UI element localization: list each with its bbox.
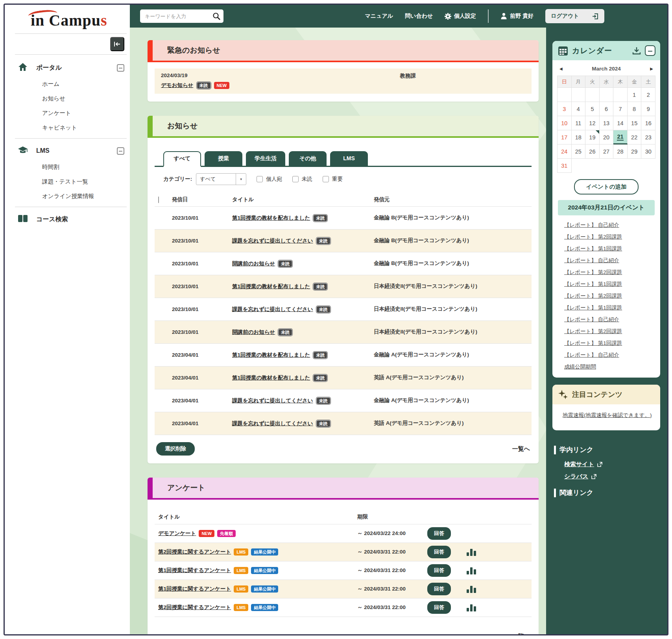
personal-settings-link[interactable]: 個人設定 <box>445 13 476 20</box>
sidebar-group-portal[interactable]: ポータル <box>5 59 130 77</box>
calendar-download-button[interactable] <box>632 46 641 55</box>
calendar-day-16[interactable]: 16 <box>641 116 655 130</box>
sidebar-item-アンケート[interactable]: アンケート <box>5 106 130 120</box>
results-chart-icon[interactable] <box>467 566 476 574</box>
sidebar-item-オンライン授業情報[interactable]: オンライン授業情報 <box>5 189 130 204</box>
calendar-day-1[interactable]: 1 <box>628 88 642 102</box>
featured-link[interactable]: 地震速報(地震速報を確認できます。) <box>563 412 652 418</box>
calendar-day-28[interactable]: 28 <box>613 144 628 159</box>
contact-link[interactable]: 問い合わせ <box>405 13 433 20</box>
checkbox-個人宛[interactable] <box>257 176 263 182</box>
calendar-day-7[interactable]: 7 <box>613 102 628 116</box>
calendar-day-24[interactable]: 24 <box>558 144 572 159</box>
select-all-checkbox[interactable] <box>158 196 159 203</box>
user-menu[interactable]: 前野 貴好 <box>500 13 534 20</box>
sidebar-collapse-button[interactable] <box>110 37 124 51</box>
tab-LMS[interactable]: LMS <box>330 151 368 166</box>
event-link[interactable]: 【レポート】 第2回課題 <box>564 293 622 299</box>
calendar-day-4[interactable]: 4 <box>572 102 586 116</box>
prev-month-button[interactable]: ◀ <box>559 67 563 71</box>
event-link[interactable]: 【レポート】 第1回課題 <box>564 246 622 252</box>
urgent-notice-link[interactable]: デモお知らせ <box>161 82 194 89</box>
calendar-day-29[interactable]: 29 <box>628 144 642 159</box>
calendar-day-8[interactable]: 8 <box>628 102 642 116</box>
sidebar-item-ホーム[interactable]: ホーム <box>5 77 130 91</box>
filter-個人宛[interactable]: 個人宛 <box>257 176 282 183</box>
syllabus-link[interactable]: シラバス <box>564 473 588 480</box>
calendar-day-25[interactable]: 25 <box>572 144 586 159</box>
calendar-day-27[interactable]: 27 <box>600 144 614 159</box>
calendar-day-12[interactable]: 12 <box>585 116 600 130</box>
notice-title-link[interactable]: 開講前のお知らせ <box>232 260 275 267</box>
survey-title-link[interactable]: 第1回授業に関するアンケート <box>158 567 231 574</box>
calendar-day-11[interactable]: 11 <box>572 116 586 130</box>
sidebar-group-lms[interactable]: LMS <box>5 142 130 160</box>
collapse-minus-icon[interactable] <box>117 147 124 155</box>
event-link[interactable]: 【レポート】 第1回課題 <box>564 281 622 287</box>
calendar-day-13[interactable]: 13 <box>600 116 614 130</box>
results-chart-icon[interactable] <box>467 603 476 611</box>
category-select[interactable]: すべて ▼ <box>196 173 246 185</box>
filter-重要[interactable]: 重要 <box>323 176 343 183</box>
survey-title-link[interactable]: 第1回授業に関するアンケート <box>158 585 231 593</box>
calendar-day-31[interactable]: 31 <box>558 159 572 173</box>
logout-button[interactable]: ログアウト <box>545 9 604 23</box>
notice-title-link[interactable]: 課題を忘れずに提出してください <box>232 237 313 244</box>
notices-list-link[interactable]: 一覧へ <box>512 445 530 453</box>
calendar-day-14[interactable]: 14 <box>613 116 628 130</box>
search-button[interactable] <box>212 12 220 20</box>
event-link[interactable]: 【レポート】 自己紹介 <box>564 222 619 228</box>
calendar-day-23[interactable]: 23 <box>641 130 655 144</box>
survey-title-link[interactable]: デモアンケート <box>158 530 196 537</box>
brand-logo[interactable]: in Campus <box>5 5 130 33</box>
answer-button[interactable]: 回答 <box>427 601 451 614</box>
event-link[interactable]: 成績公開期間 <box>564 364 596 370</box>
sidebar-item-時間割[interactable]: 時間割 <box>5 160 130 174</box>
notice-title-link[interactable]: 第1回授業の教材を配布しました <box>232 283 310 290</box>
calendar-day-18[interactable]: 18 <box>572 130 586 144</box>
checkbox-未読[interactable] <box>292 176 299 182</box>
filter-未読[interactable]: 未読 <box>292 176 312 183</box>
event-link[interactable]: 【レポート】 自己紹介 <box>564 352 619 358</box>
sidebar-item-課題・テスト一覧[interactable]: 課題・テスト一覧 <box>5 174 130 189</box>
notice-title-link[interactable]: 課題を忘れずに提出してください <box>232 306 313 313</box>
checkbox-重要[interactable] <box>323 176 329 182</box>
notice-title-link[interactable]: 課題を忘れずに提出してください <box>232 397 313 404</box>
tab-すべて[interactable]: すべて <box>163 151 201 167</box>
survey-title-link[interactable]: 第2回授業に関するアンケート <box>158 604 231 611</box>
event-link[interactable]: 【レポート】 第2回課題 <box>564 269 622 275</box>
notice-title-link[interactable]: 課題を忘れずに提出してください <box>232 420 313 427</box>
tab-学生生活[interactable]: 学生生活 <box>246 151 285 166</box>
add-event-button[interactable]: イベントの追加 <box>574 179 638 194</box>
calendar-day-30[interactable]: 30 <box>641 144 655 159</box>
event-link[interactable]: 【レポート】 自己紹介 <box>564 317 619 322</box>
answer-button[interactable]: 回答 <box>427 527 451 540</box>
event-link[interactable]: 【レポート】 自己紹介 <box>564 257 619 263</box>
sidebar-item-お知らせ[interactable]: お知らせ <box>5 91 130 106</box>
calendar-day-15[interactable]: 15 <box>628 116 642 130</box>
tab-その他[interactable]: その他 <box>289 151 327 166</box>
calendar-day-26[interactable]: 26 <box>585 144 600 159</box>
calendar-collapse-button[interactable] <box>645 45 655 56</box>
calendar-day-3[interactable]: 3 <box>558 102 572 116</box>
sidebar-item-キャビネット[interactable]: キャビネット <box>5 120 130 135</box>
event-link[interactable]: 【レポート】 第2回課題 <box>564 234 622 240</box>
calendar-day-21[interactable]: 21 <box>613 130 628 144</box>
notice-title-link[interactable]: 第1回授業の教材を配布しました <box>232 374 310 382</box>
delete-selected-button[interactable]: 選択削除 <box>156 442 195 456</box>
event-link[interactable]: 【レポート】 第2回課題 <box>564 328 622 334</box>
calendar-day-9[interactable]: 9 <box>641 102 655 116</box>
answer-button[interactable]: 回答 <box>427 583 451 595</box>
survey-title-link[interactable]: 第2回授業に関するアンケート <box>158 548 231 556</box>
calendar-day-22[interactable]: 22 <box>628 130 642 144</box>
tab-授業[interactable]: 授業 <box>205 151 242 166</box>
answer-button[interactable]: 回答 <box>427 564 451 577</box>
search-site-link[interactable]: 検索サイト <box>564 461 594 468</box>
calendar-day-20[interactable]: 20 <box>600 130 614 144</box>
event-link[interactable]: 【レポート】 第1回課題 <box>564 340 622 346</box>
results-chart-icon[interactable] <box>467 547 476 556</box>
collapse-minus-icon[interactable] <box>117 64 124 72</box>
manual-link[interactable]: マニュアル <box>365 13 393 20</box>
calendar-day-6[interactable]: 6 <box>600 102 614 116</box>
surveys-list-link[interactable]: 一覧へ <box>512 633 530 634</box>
